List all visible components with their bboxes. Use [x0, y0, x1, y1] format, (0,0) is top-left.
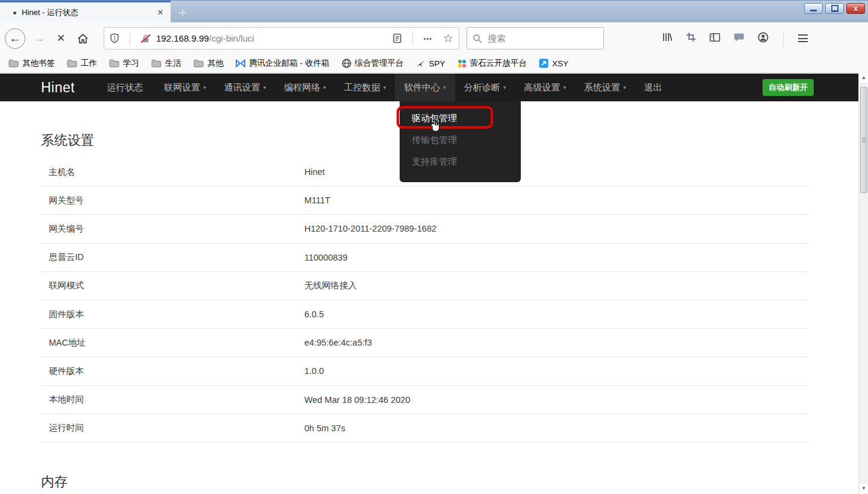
search-input[interactable] — [488, 33, 584, 43]
chevron-down-icon: ▾ — [443, 84, 446, 90]
bookmarks-bar: 其他书签 工作 学习 生活 其他 腾讯企业邮箱 - 收件箱 综合管理平台 SPY… — [0, 54, 868, 73]
url-text[interactable]: 192.168.9.99/cgi-bin/luci — [156, 33, 387, 43]
auto-refresh-toggle[interactable]: 自动刷新开 — [763, 79, 814, 96]
reader-mode-icon[interactable] — [387, 33, 407, 43]
url-bar[interactable]: 192.168.9.99/cgi-bin/luci ••• ☆ — [104, 27, 459, 49]
scroll-up-arrow[interactable]: ▲ — [860, 73, 868, 83]
chevron-down-icon: ▾ — [623, 84, 626, 90]
row-value: 0h 5m 37s — [304, 423, 345, 433]
row-label: 主机名 — [41, 166, 304, 178]
window-minimize-button[interactable] — [804, 3, 823, 14]
table-row: MAC地址 e4:95:6e:4c:a5:f3 — [41, 329, 808, 357]
nav-item[interactable]: 软件中心 ▾ — [395, 74, 455, 101]
tencent-exmail-icon — [236, 59, 245, 68]
row-label: 网关编号 — [41, 223, 304, 235]
arrow-square-icon — [539, 59, 549, 68]
account-icon[interactable] — [758, 32, 769, 45]
bookmark-star-icon[interactable]: ☆ — [438, 31, 459, 45]
row-label: 思普云ID — [41, 252, 304, 263]
close-icon: x — [854, 4, 858, 13]
back-button[interactable]: ← — [5, 28, 25, 49]
home-button[interactable] — [72, 28, 93, 49]
scroll-down-arrow[interactable]: ▼ — [860, 484, 868, 493]
row-value: Hinet — [304, 167, 325, 177]
bookmark-folder-misc[interactable]: 其他 — [193, 58, 224, 69]
row-label: 固件版本 — [41, 309, 304, 320]
bookmark-folder-life[interactable]: 生活 — [151, 58, 181, 69]
row-label: 本地时间 — [41, 394, 304, 405]
insecure-lock-icon[interactable] — [135, 34, 156, 43]
bookmark-ys7-open-platform[interactable]: 萤石云开放平台 — [458, 58, 527, 69]
bookmark-folder-study[interactable]: 学习 — [109, 58, 139, 69]
site-nav-menu: 运行状态 联网设置 ▾ 通讯设置 ▾ 编程网络 ▾ — [98, 74, 674, 101]
bookmark-folder-other-bookmarks[interactable]: 其他书签 — [8, 58, 55, 69]
tab-close-icon[interactable]: × — [150, 7, 171, 19]
page-scrollbar[interactable]: ▲ ▼ — [858, 72, 868, 494]
nav-item[interactable]: 高级设置 ▾ — [515, 74, 575, 101]
stop-button[interactable]: ✕ — [51, 28, 71, 49]
row-label: 运行时间 — [41, 422, 304, 434]
globe-icon — [342, 59, 351, 68]
menu-item-transfer-package[interactable]: 传输包管理 — [400, 130, 521, 150]
table-row: 联网模式 无线网络接入 — [41, 272, 808, 300]
folder-icon — [151, 59, 162, 68]
table-row: 硬件版本 1.0.0 — [41, 357, 808, 385]
chevron-down-icon: ▾ — [323, 84, 326, 90]
bookmark-folder-work[interactable]: 工作 — [67, 58, 97, 69]
row-value: 无线网络接入 — [304, 280, 357, 291]
color-dots-icon — [458, 59, 467, 68]
divider — [783, 31, 784, 46]
nav-item[interactable]: 系统设置 ▾ — [575, 74, 635, 101]
nav-item[interactable]: 分析诊断 ▾ — [455, 74, 515, 101]
table-row: 运行时间 0h 5m 37s — [41, 414, 808, 443]
table-row: 网关型号 M111T — [41, 186, 808, 215]
table-row: 固件版本 6.0.5 — [41, 300, 808, 329]
nav-item[interactable]: 联网设置 ▾ — [155, 74, 215, 101]
row-label: MAC地址 — [41, 337, 304, 349]
titlebar: Hinet - 运行状态 × + x — [0, 0, 868, 22]
row-value: M111T — [304, 195, 330, 205]
screenshot-icon[interactable] — [686, 32, 696, 45]
url-path: /cgi-bin/luci — [209, 33, 254, 43]
menu-icon[interactable]: ↑ — [798, 34, 808, 42]
table-row: 思普云ID 110000839 — [41, 244, 808, 272]
site-brand[interactable]: Hinet — [41, 80, 75, 96]
bookmark-spy[interactable]: SPY — [416, 59, 445, 68]
browser-tab[interactable]: Hinet - 运行状态 × — [0, 1, 171, 23]
row-value: 1.0.0 — [304, 366, 324, 376]
browser-toolbar: ← → ✕ 192.168.9.99/cgi-bin/luci ••• ☆ — [0, 22, 868, 54]
nav-item[interactable]: 运行状态 — [98, 74, 155, 101]
new-tab-button[interactable]: + — [174, 4, 192, 21]
bookmark-mgmt-platform[interactable]: 综合管理平台 — [342, 58, 404, 69]
system-info-table: 主机名 Hinet 网关型号 M111T 网关编号 H120-1710-2011… — [41, 158, 808, 443]
chevron-down-icon: ▾ — [203, 84, 206, 90]
memory-section-title: 内存 — [41, 473, 858, 491]
web-page: Hinet 运行状态 联网设置 ▾ 通讯设置 ▾ 编程网 — [0, 74, 858, 494]
page-actions-icon[interactable]: ••• — [418, 35, 438, 42]
folder-icon — [109, 59, 119, 68]
tab-loading-dot-icon — [13, 11, 16, 14]
chevron-down-icon: ▾ — [503, 84, 506, 90]
nav-item[interactable]: 工控数据 ▾ — [335, 74, 395, 101]
tracking-shield-icon[interactable] — [104, 33, 125, 43]
menu-item-support-library[interactable]: 支持库管理 — [400, 152, 521, 172]
search-bar[interactable] — [467, 27, 604, 49]
home-icon — [77, 33, 89, 44]
menu-item-driver-package[interactable]: 驱动包管理 — [400, 109, 521, 128]
nav-item[interactable]: 退出 — [635, 74, 674, 101]
chat-extension-icon[interactable] — [734, 33, 744, 45]
scrollbar-thumb[interactable] — [860, 87, 867, 193]
folder-icon — [8, 59, 19, 68]
url-host: 192.168.9.99 — [156, 33, 209, 43]
window-close-button[interactable]: x — [846, 3, 865, 14]
window-restore-button[interactable] — [825, 3, 844, 14]
sidebar-icon[interactable] — [709, 33, 720, 45]
library-icon[interactable] — [662, 32, 673, 45]
bookmark-xsy[interactable]: XSY — [539, 59, 568, 68]
bookmark-tencent-exmail[interactable]: 腾讯企业邮箱 - 收件箱 — [236, 58, 330, 69]
nav-item[interactable]: 编程网络 ▾ — [275, 74, 335, 101]
nav-item[interactable]: 通讯设置 ▾ — [215, 74, 275, 101]
chevron-down-icon: ▾ — [563, 84, 566, 90]
row-value: e4:95:6e:4c:a5:f3 — [304, 338, 372, 347]
plane-icon — [416, 59, 426, 68]
